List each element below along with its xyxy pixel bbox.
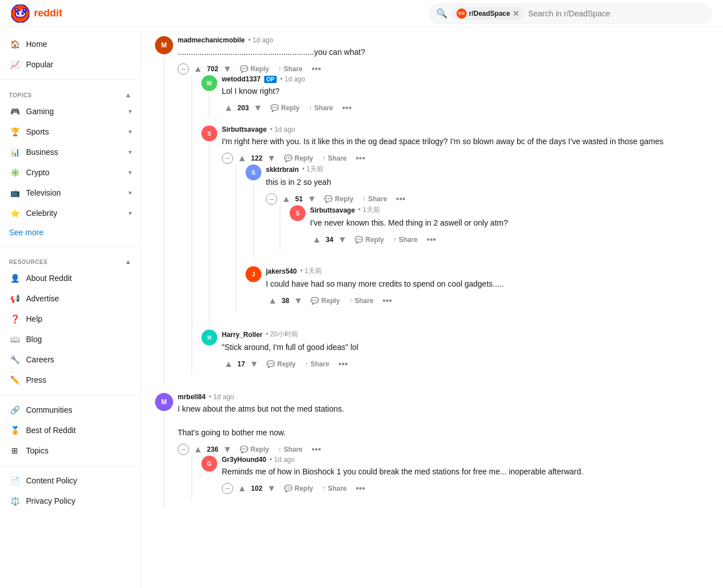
collapse-button-c2r1[interactable]: − — [222, 483, 233, 494]
downvote-button-c1r1[interactable]: ▼ — [251, 102, 265, 114]
upvote-c1r2r2[interactable]: ▲ — [266, 295, 279, 307]
share-button-c1r2r1[interactable]: ↑ Share — [359, 193, 390, 205]
vote-group-c1r2r1r1: ▲ 34 ▼ — [310, 234, 349, 246]
avatar-c1r2: S — [201, 126, 217, 141]
sidebar-item-television[interactable]: 📺 Television ▾ — [0, 183, 141, 203]
more-button-c1r2r2[interactable]: ••• — [379, 295, 395, 307]
sidebar-label-popular: Popular — [26, 60, 53, 69]
careers-icon: 🔧 — [9, 354, 20, 365]
share-button-c2r1[interactable]: ↑ Share — [319, 482, 350, 495]
sidebar-item-privacy-policy[interactable]: ⚖️ Privacy Policy — [0, 491, 141, 511]
share-button-c1r2r2[interactable]: ↑ Share — [346, 295, 377, 307]
see-more-button[interactable]: See more — [0, 223, 141, 241]
upvote-c1r2r1[interactable]: ▲ — [279, 193, 293, 205]
reply-button-c1r2r1r1[interactable]: 💬 Reply — [351, 234, 388, 246]
downvote-c1r2r2[interactable]: ▼ — [291, 295, 305, 307]
sidebar-label-advertise: Advertise — [26, 294, 59, 303]
comment-c1: M madmechanicmobile • 1d ago ...........… — [155, 36, 709, 386]
comment-actions-c1r2r2: ▲ 38 ▼ 💬 Reply ↑ Share ••• — [266, 295, 709, 307]
collapse-button-c1r2r1[interactable]: − — [266, 193, 277, 205]
reply-button-c2r1[interactable]: 💬 Reply — [281, 482, 317, 495]
downvote-c1r2r1[interactable]: ▼ — [305, 193, 319, 205]
subreddit-name: r/DeadSpace — [469, 10, 510, 18]
more-button-c1r1[interactable]: ••• — [339, 102, 355, 114]
sidebar-item-topics-footer[interactable]: ⊞ Topics — [0, 440, 141, 461]
share-button-c1[interactable]: ↑ Share — [274, 63, 305, 75]
sidebar-item-best-of-reddit[interactable]: 🏅 Best of Reddit — [0, 420, 141, 440]
divider-1 — [0, 79, 141, 80]
share-button-c1r2[interactable]: ↑ Share — [319, 152, 350, 165]
reply-button-c1r3[interactable]: 💬 Reply — [263, 358, 299, 370]
more-button-c2[interactable]: ••• — [308, 443, 325, 456]
upvote-button-c1r1[interactable]: ▲ — [222, 102, 235, 114]
more-button-c1r3[interactable]: ••• — [335, 358, 351, 370]
blog-icon: 📖 — [9, 334, 20, 345]
search-input[interactable] — [528, 9, 704, 18]
reply-button-c1r2r1[interactable]: 💬 Reply — [321, 193, 357, 205]
sidebar-item-careers[interactable]: 🔧 Careers — [0, 349, 141, 370]
share-button-c1r1[interactable]: ↑ Share — [305, 102, 336, 114]
reply-button-c1r2r2[interactable]: 💬 Reply — [307, 295, 343, 307]
sidebar-item-gaming[interactable]: 🎮 Gaming ▾ — [0, 101, 141, 122]
comment-text-c2: I knew about the atms but not the med st… — [178, 403, 709, 439]
upvote-c1r3[interactable]: ▲ — [222, 358, 235, 370]
more-button-c2r1[interactable]: ••• — [352, 482, 369, 495]
share-button-c1r2r1r1[interactable]: ↑ Share — [390, 234, 421, 246]
sidebar-item-press[interactable]: ✏️ Press — [0, 370, 141, 390]
more-button-c1r2r1[interactable]: ••• — [393, 193, 409, 205]
sidebar-item-content-policy[interactable]: 📄 Content Policy — [0, 470, 141, 491]
vote-group-c1r2: ▲ 122 ▼ — [235, 152, 278, 165]
downvote-c2r1[interactable]: ▼ — [265, 482, 278, 495]
comment-time-c2r1: • 1d ago — [270, 456, 295, 464]
comment-text-c1r2r2: I could have had so many more credits to… — [266, 278, 709, 290]
upvote-c2[interactable]: ▲ — [191, 443, 205, 456]
sidebar-item-blog[interactable]: 📖 Blog — [0, 329, 141, 349]
downvote-button-c1[interactable]: ▼ — [221, 63, 234, 75]
more-button-c1[interactable]: ••• — [308, 63, 325, 75]
sidebar-item-advertise[interactable]: 📢 Advertise — [0, 288, 141, 309]
more-button-c1r2[interactable]: ••• — [352, 152, 369, 165]
vote-count-c1r2: 122 — [251, 154, 262, 162]
resources-chevron-icon: ▲ — [125, 258, 132, 266]
remove-subreddit-button[interactable]: ✕ — [513, 9, 519, 18]
upvote-button-c1[interactable]: ▲ — [191, 63, 205, 75]
downvote-c2[interactable]: ▼ — [221, 443, 234, 456]
comment-time-c1r2r2: • 1天前 — [300, 266, 322, 276]
downvote-c1r3[interactable]: ▼ — [247, 358, 261, 370]
upvote-c1r2r1r1[interactable]: ▲ — [310, 234, 324, 246]
collapse-button-c1r2[interactable]: − — [222, 153, 233, 164]
more-button-c1r2r1r1[interactable]: ••• — [423, 234, 440, 246]
share-button-c2[interactable]: ↑ Share — [274, 443, 305, 456]
search-bar[interactable]: 🔍 DS r/DeadSpace ✕ — [429, 3, 712, 24]
downvote-c1r2r1r1[interactable]: ▼ — [335, 234, 349, 246]
sidebar-item-help[interactable]: ❓ Help — [0, 309, 141, 329]
collapse-button-c2[interactable]: − — [178, 444, 189, 455]
upvote-c2r1[interactable]: ▲ — [235, 482, 249, 495]
sidebar-item-crypto[interactable]: ✳️ Crypto ▾ — [0, 162, 141, 183]
sidebar-label-help: Help — [26, 314, 42, 323]
reply-button-c1r2[interactable]: 💬 Reply — [281, 152, 317, 165]
comment-author-c1r2r1: skktrbrain — [266, 166, 299, 174]
home-icon: 🏠 — [9, 38, 20, 50]
topics-chevron-icon: ▲ — [125, 91, 132, 99]
sidebar-item-popular[interactable]: 📈 Popular — [0, 54, 141, 75]
sidebar-item-about[interactable]: 👤 About Reddit — [0, 268, 141, 288]
reply-button-c1r1[interactable]: 💬 Reply — [267, 102, 303, 114]
svg-point-6 — [23, 8, 25, 11]
sidebar-item-sports[interactable]: 🏆 Sports ▾ — [0, 122, 141, 142]
reply-button-c1[interactable]: 💬 Reply — [236, 63, 273, 75]
comment-actions-c1r2r1r1: ▲ 34 ▼ 💬 Reply ↑ Share — [310, 234, 709, 246]
sidebar-item-communities[interactable]: 🔗 Communities — [0, 400, 141, 420]
logo[interactable]: reddit — [11, 5, 62, 23]
comment-time-c1r1: • 1d ago — [280, 75, 305, 83]
sidebar-item-home[interactable]: 🏠 Home — [0, 34, 141, 54]
collapse-button-c1[interactable]: − — [178, 63, 189, 75]
comment-block-c1r1: W wetodd1337 OP • 1d ago Lol I — [201, 75, 709, 119]
sidebar-item-business[interactable]: 📊 Business ▾ — [0, 142, 141, 162]
sidebar-item-celebrity[interactable]: ⭐ Celebrity ▾ — [0, 203, 141, 223]
share-button-c1r3[interactable]: ↑ Share — [302, 358, 333, 370]
reply-button-c2[interactable]: 💬 Reply — [236, 443, 273, 456]
downvote-button-c1r2[interactable]: ▼ — [265, 152, 278, 165]
comment-meta-c2r1: Gr3yHound40 • 1d ago — [222, 456, 709, 464]
upvote-button-c1r2[interactable]: ▲ — [235, 152, 249, 165]
